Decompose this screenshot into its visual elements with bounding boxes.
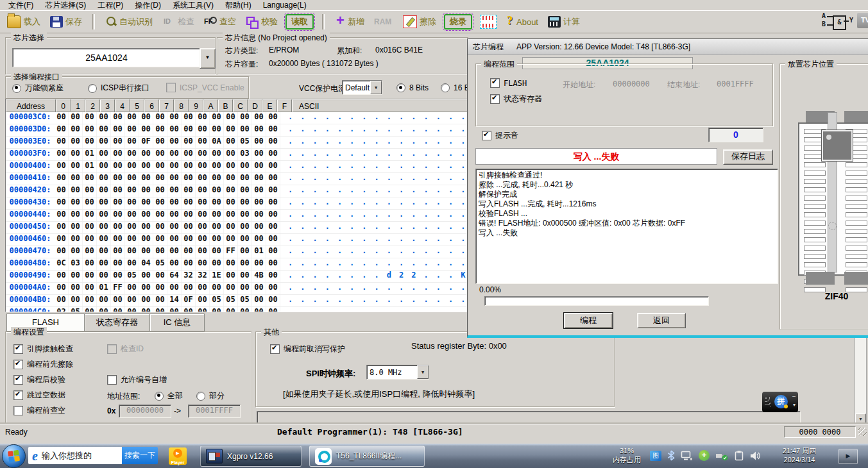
byte-cell[interactable]: 01 — [252, 246, 266, 258]
verify-button[interactable]: 校验 — [244, 15, 280, 29]
byte-cell[interactable]: 00 — [111, 112, 125, 124]
byte-cell[interactable]: 00 — [266, 112, 280, 124]
byte-cell[interactable]: 00 — [196, 124, 210, 136]
tab-ic-info[interactable]: IC 信息 — [149, 313, 205, 331]
burn-button[interactable]: 烧录 — [444, 14, 472, 29]
byte-cell[interactable]: 00 — [196, 222, 210, 233]
clipboard-icon[interactable] — [734, 450, 744, 461]
byte-cell[interactable]: 00 — [125, 185, 139, 197]
byte-cell[interactable]: 00 — [196, 197, 210, 209]
byte-cell[interactable]: 00 — [153, 124, 167, 136]
byte-cell[interactable]: 00 — [266, 258, 280, 270]
byte-cell[interactable]: 00 — [238, 124, 252, 136]
byte-cell[interactable]: 00 — [97, 137, 111, 148]
byte-cell[interactable]: 00 — [182, 246, 196, 258]
byte-cell[interactable]: 00 — [210, 307, 224, 312]
byte-cell[interactable]: 00 — [153, 173, 167, 185]
logic-gate-icon[interactable]: A B & Y — [822, 13, 855, 30]
byte-cell[interactable]: 00 — [125, 124, 139, 136]
byte-cell[interactable]: 00 — [69, 210, 83, 221]
byte-cell[interactable]: 00 — [210, 149, 224, 160]
byte-cell[interactable]: 00 — [210, 185, 224, 197]
drag-handle-icon[interactable] — [765, 397, 771, 407]
byte-cell[interactable]: 32 — [196, 271, 210, 282]
byte-cell[interactable]: 00 — [210, 112, 224, 124]
byte-cell[interactable]: 00 — [196, 210, 210, 221]
byte-cell[interactable]: 00 — [125, 137, 139, 148]
byte-cell[interactable]: 00 — [69, 149, 83, 160]
byte-cell[interactable]: 00 — [139, 197, 153, 209]
byte-cell[interactable]: 00 — [252, 307, 266, 312]
byte-cell[interactable]: 00 — [266, 149, 280, 160]
radio-16bits[interactable]: 16 B — [441, 83, 470, 92]
byte-cell[interactable]: 00 — [196, 234, 210, 246]
chevron-down-icon[interactable]: ▼ — [370, 81, 382, 94]
byte-cell[interactable]: 00 — [111, 258, 125, 270]
byte-cell[interactable]: 00 — [55, 246, 69, 258]
byte-cell[interactable]: 00 — [69, 197, 83, 209]
byte-cell[interactable]: 00 — [196, 258, 210, 270]
byte-cell[interactable]: 00 — [125, 197, 139, 209]
byte-cell[interactable]: 00 — [125, 246, 139, 258]
menu-item-1[interactable]: 芯片选择(S) — [39, 0, 92, 11]
byte-cell[interactable]: 00 — [125, 112, 139, 124]
start-button[interactable] — [2, 444, 26, 468]
byte-cell[interactable]: 05 — [210, 295, 224, 306]
chip-select-value[interactable]: 25AA1024 — [12, 48, 201, 67]
byte-cell[interactable]: 00 — [139, 161, 153, 172]
byte-cell[interactable]: 00 — [55, 185, 69, 197]
byte-cell[interactable]: 00 — [69, 222, 83, 233]
byte-cell[interactable]: 00 — [97, 124, 111, 136]
byte-cell[interactable]: 00 — [196, 246, 210, 258]
byte-cell[interactable]: 00 — [139, 112, 153, 124]
search-input[interactable]: e 输入你想搜的 — [28, 447, 126, 464]
load-button[interactable]: 载入 — [5, 14, 42, 29]
byte-cell[interactable]: 00 — [182, 258, 196, 270]
byte-cell[interactable]: 4B — [252, 271, 266, 282]
blank-check-button[interactable]: 查空 — [202, 15, 238, 29]
byte-cell[interactable]: 00 — [111, 137, 125, 148]
byte-cell[interactable]: 00 — [83, 246, 97, 258]
byte-cell[interactable]: 00 — [69, 234, 83, 246]
byte-cell[interactable]: 00 — [196, 295, 210, 306]
byte-cell[interactable]: 00 — [97, 161, 111, 172]
byte-cell[interactable]: 00 — [55, 173, 69, 185]
byte-cell[interactable]: 00 — [111, 234, 125, 246]
dialog-titlebar[interactable]: 芯片编程 APP Version: 12.66 Device Model: T4… — [468, 39, 868, 55]
byte-cell[interactable]: 00 — [167, 210, 182, 221]
byte-cell[interactable]: 00 — [182, 173, 196, 185]
byte-cell[interactable]: 00 — [167, 246, 182, 258]
byte-cell[interactable]: 00 — [224, 258, 238, 270]
byte-cell[interactable]: 00 — [139, 295, 153, 306]
byte-cell[interactable]: 00 — [153, 246, 167, 258]
back-button[interactable]: 返回 — [637, 313, 686, 328]
checkbox-erase-before[interactable]: 编程前先擦除 — [13, 359, 73, 370]
byte-cell[interactable]: 00 — [266, 210, 280, 221]
byte-cell[interactable]: 00 — [55, 234, 69, 246]
byte-cell[interactable]: 00 — [266, 161, 280, 172]
byte-cell[interactable]: 00 — [238, 210, 252, 221]
byte-cell[interactable]: 00 — [210, 124, 224, 136]
byte-cell[interactable]: 00 — [224, 234, 238, 246]
byte-cell[interactable]: 00 — [153, 112, 167, 124]
antivirus-icon[interactable]: + — [699, 450, 710, 461]
byte-cell[interactable]: 00 — [55, 112, 69, 124]
byte-cell[interactable]: 00 — [139, 210, 153, 221]
byte-cell[interactable]: 00 — [196, 173, 210, 185]
byte-cell[interactable]: 00 — [125, 295, 139, 306]
byte-cell[interactable]: 00 — [97, 234, 111, 246]
byte-cell[interactable]: 00 — [125, 173, 139, 185]
byte-cell[interactable]: 00 — [252, 124, 266, 136]
byte-cell[interactable]: 00 — [252, 283, 266, 294]
speaker-icon[interactable] — [750, 451, 761, 461]
byte-cell[interactable]: 00 — [196, 112, 210, 124]
byte-cell[interactable]: 00 — [252, 258, 266, 270]
ram-button[interactable] — [372, 15, 395, 29]
byte-cell[interactable]: 00 — [125, 283, 139, 294]
byte-cell[interactable]: 00 — [153, 185, 167, 197]
byte-cell[interactable]: 00 — [224, 137, 238, 148]
save-button[interactable]: 保存 — [48, 15, 84, 29]
byte-cell[interactable]: 00 — [210, 246, 224, 258]
byte-cell[interactable]: 00 — [139, 271, 153, 282]
byte-cell[interactable]: 14 — [167, 295, 182, 306]
